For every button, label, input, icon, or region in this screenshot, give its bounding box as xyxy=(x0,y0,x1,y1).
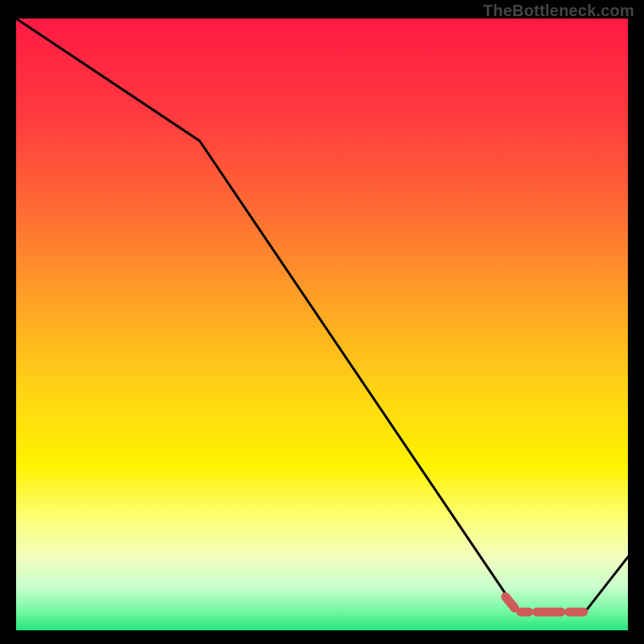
attribution-label: TheBottleneck.com xyxy=(483,2,634,20)
chart-frame: { "attribution": "TheBottleneck.com", "c… xyxy=(0,0,644,644)
chart-plot xyxy=(16,19,628,630)
plot-background xyxy=(16,19,628,630)
